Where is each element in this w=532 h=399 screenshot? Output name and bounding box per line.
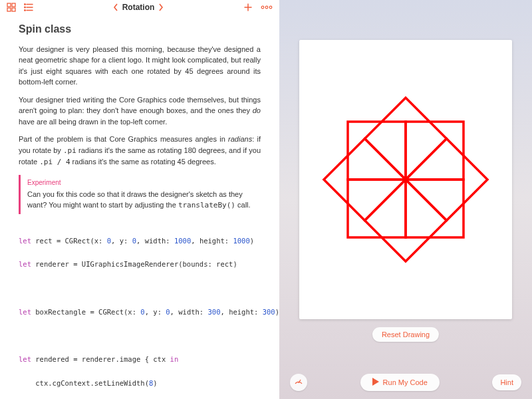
svg-rect-0 [7,3,11,7]
callout-text: Can you fix this code so that it draws t… [27,189,261,211]
paragraph: Your designer is very pleased this morni… [19,44,261,88]
svg-point-6 [25,7,25,7]
speed-button[interactable] [290,374,307,391]
gauge-icon [294,376,303,388]
heading: Spin class [19,21,261,37]
svg-point-13 [265,6,268,9]
reset-button[interactable]: Reset Drawing [372,327,439,342]
play-icon [372,378,379,387]
drawing-canvas [299,40,512,319]
run-button[interactable]: Run My Code [360,374,440,391]
output-pane: Reset Drawing Run My Code Hint [279,0,532,399]
more-icon[interactable] [261,5,273,9]
rendered-drawing [309,83,502,276]
chevron-right-icon[interactable] [158,3,164,11]
experiment-callout: Experiment Can you fix this code so that… [19,175,261,214]
code-block[interactable]: let rect = CGRect(x: 0, y: 0, width: 100… [19,223,261,399]
list-icon[interactable] [24,3,33,11]
toolbar: Rotation [0,0,279,15]
svg-rect-3 [12,8,15,11]
svg-point-8 [25,10,25,11]
hint-button[interactable]: Hint [492,374,521,390]
svg-rect-1 [12,3,15,7]
svg-rect-2 [7,8,11,11]
svg-point-12 [261,6,264,9]
svg-marker-24 [372,378,379,386]
callout-label: Experiment [27,178,261,188]
chevron-left-icon[interactable] [113,3,118,11]
document-content: Spin class Your designer is very pleased… [0,15,279,399]
svg-point-14 [269,6,272,9]
editor-pane: Rotation Spin class Your designer is ver… [0,0,279,399]
paragraph: Your designer tried writing the Core Gra… [19,94,261,128]
svg-point-4 [25,4,25,5]
grid-icon[interactable] [7,3,16,12]
paragraph: Part of the problem is that Core Graphic… [19,134,261,168]
plus-icon[interactable] [243,3,253,12]
page-title: Rotation [122,3,155,12]
